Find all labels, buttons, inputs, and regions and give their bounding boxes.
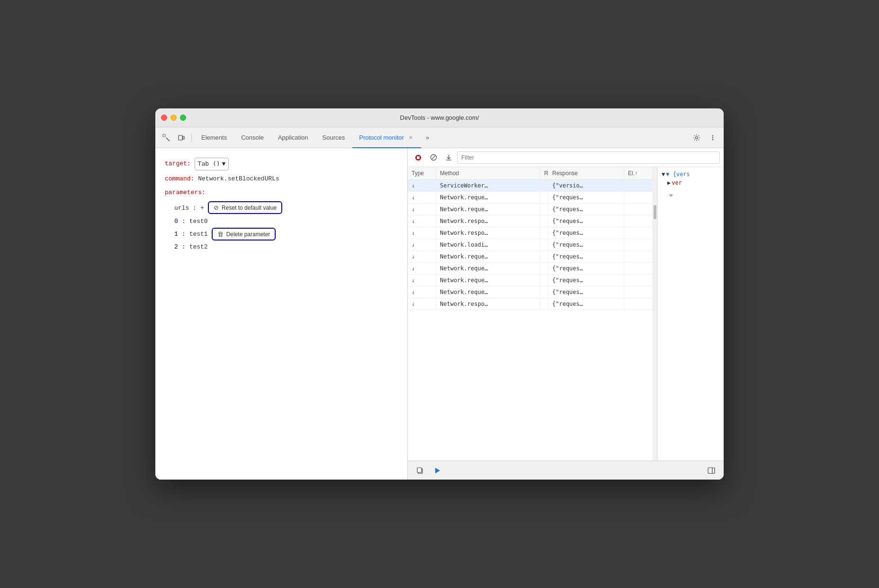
cell-request [540, 286, 548, 298]
cell-method: Network.respo… [436, 215, 540, 227]
param-value-0: test0 [189, 218, 208, 225]
cell-request [540, 275, 548, 286]
table-row[interactable]: ↓ Network.reque… {"reques… [408, 192, 653, 204]
table-row[interactable]: ↓ Network.reque… {"reques… [408, 251, 653, 263]
cell-elapsed [624, 298, 653, 310]
tab-application[interactable]: Application [271, 127, 315, 148]
cell-type: ↓ [408, 192, 436, 203]
param-row-1: 1 : test1 🗑 Delete parameter [165, 228, 398, 241]
cell-response: {"reques… [548, 286, 624, 298]
svg-point-6 [712, 139, 713, 140]
sidebar-toggle-button[interactable] [705, 464, 718, 477]
cell-method: Network.respo… [436, 298, 540, 310]
inspect-element-icon[interactable] [159, 131, 173, 145]
table-row[interactable]: ↓ Network.loadi… {"reques… [408, 239, 653, 251]
cell-request [540, 204, 548, 215]
cell-elapsed [624, 192, 653, 203]
urls-row: urls : + ⊘ Reset to default value [165, 201, 398, 214]
clear-button[interactable] [427, 151, 440, 164]
tab-sources[interactable]: Sources [316, 127, 352, 148]
param-separator-0: : [182, 218, 186, 225]
cell-method: Network.reque… [436, 275, 540, 286]
tab-elements[interactable]: Elements [195, 127, 233, 148]
cell-response: {"reques… [548, 251, 624, 262]
traffic-lights [161, 115, 186, 121]
param-value-2: test2 [189, 243, 208, 250]
filter-input[interactable] [457, 151, 720, 164]
cell-request [540, 298, 548, 310]
table-row[interactable]: ↓ Network.respo… {"reques… [408, 298, 653, 310]
preview-more-btn[interactable]: » [662, 188, 720, 201]
target-dropdown[interactable]: Tab () ▼ [195, 158, 229, 170]
download-button[interactable] [442, 151, 455, 164]
more-tabs-button[interactable]: » [422, 131, 433, 144]
cell-response: {"reques… [548, 298, 624, 310]
cell-response: {"reques… [548, 263, 624, 274]
customize-icon[interactable] [706, 131, 720, 145]
devtools-window: DevTools - www.google.com/ Elements Cons… [155, 108, 724, 480]
target-label: target: [165, 159, 191, 169]
param-value-1: test1 [189, 231, 208, 238]
col-header-response: Response [548, 167, 624, 179]
trash-icon: 🗑 [217, 231, 224, 238]
device-toolbar-icon[interactable] [174, 131, 188, 145]
run-command-button[interactable] [431, 464, 444, 477]
table-row[interactable]: ↓ Network.reque… {"reques… [408, 275, 653, 286]
add-url-button[interactable]: + [200, 204, 204, 212]
tab-close-icon[interactable]: ✕ [407, 134, 414, 141]
table-row[interactable]: ↓ Network.respo… {"reques… [408, 215, 653, 227]
settings-icon[interactable] [690, 131, 704, 145]
maximize-button[interactable] [180, 115, 186, 121]
col-header-type: Type [408, 167, 436, 179]
col-header-method: Method [436, 167, 540, 179]
parameters-label: parameters: [165, 189, 206, 196]
cell-method: Network.loadi… [436, 239, 540, 250]
cell-elapsed [624, 263, 653, 274]
preview-more-button[interactable]: » [665, 188, 676, 201]
title-bar: DevTools - www.google.com/ [155, 108, 724, 127]
reset-to-default-button[interactable]: ⊘ Reset to default value [208, 201, 282, 214]
expand-arrow-icon: ▼ [662, 171, 665, 178]
table-row[interactable]: ↓ Network.reque… {"reques… [408, 204, 653, 215]
toolbar-actions [690, 131, 720, 145]
preview-line1: ▼ {vers [666, 171, 690, 178]
svg-rect-1 [179, 135, 182, 140]
param-index-1: 1 [174, 231, 178, 238]
table-row[interactable]: ↓ Network.respo… {"reques… [408, 227, 653, 239]
expand-arrow-icon-2: ▶ [667, 179, 671, 186]
main-content: target: Tab () ▼ command: Network.setBlo… [155, 148, 724, 480]
cell-elapsed [624, 275, 653, 286]
cell-type: ↓ [408, 204, 436, 215]
preview-child-row[interactable]: ▶ ver [662, 179, 720, 186]
cell-request [540, 239, 548, 250]
preview-expand-row[interactable]: ▼ ▼ {vers [662, 171, 720, 178]
minimize-button[interactable] [170, 115, 177, 121]
cell-method: Network.respo… [436, 227, 540, 239]
scrollbar-thumb[interactable] [654, 205, 656, 219]
table-row[interactable]: ↓ Network.reque… {"reques… [408, 286, 653, 298]
cell-type: ↓ [408, 298, 436, 310]
pm-toolbar [408, 148, 724, 167]
svg-rect-0 [163, 134, 165, 137]
cell-request [540, 227, 548, 239]
cell-elapsed [624, 239, 653, 250]
bottom-left-actions [413, 464, 444, 477]
table-row[interactable]: ↓ Network.reque… {"reques… [408, 263, 653, 275]
param-index-0: 0 [174, 218, 178, 225]
delete-parameter-button[interactable]: 🗑 Delete parameter [212, 228, 276, 241]
stop-recording-button[interactable] [412, 151, 425, 164]
table-row[interactable]: ↓ ServiceWorker… {"versio… [408, 180, 653, 192]
right-panel: Type Method Requ… Response El.↑ ↓ Servic… [408, 148, 724, 480]
svg-rect-13 [417, 468, 422, 472]
svg-rect-2 [183, 136, 184, 139]
tab-protocol-monitor[interactable]: Protocol monitor ✕ [352, 127, 421, 148]
cell-elapsed [624, 180, 653, 191]
pm-table-header: Type Method Requ… Response El.↑ [408, 167, 653, 180]
scrollbar[interactable] [653, 167, 657, 461]
pm-table-scroll[interactable]: ↓ ServiceWorker… {"versio… ↓ Network.req… [408, 180, 653, 461]
target-row: target: Tab () ▼ [165, 158, 398, 170]
col-header-request: Requ… [540, 167, 548, 179]
copy-icon[interactable] [413, 464, 427, 477]
close-button[interactable] [161, 115, 167, 121]
tab-console[interactable]: Console [234, 127, 270, 148]
